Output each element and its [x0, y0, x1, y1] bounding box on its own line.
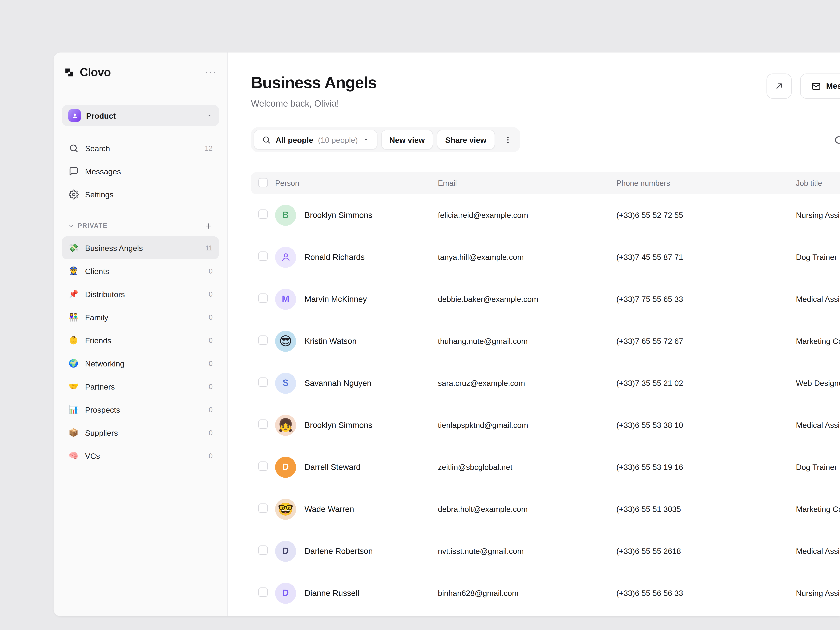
email-value: tanya.hill@example.com	[438, 253, 616, 261]
clovo-logo-icon	[64, 67, 74, 77]
sidebar-list-item[interactable]: 🌍 Networking 0	[62, 352, 219, 375]
share-button[interactable]	[766, 74, 791, 99]
phone-value: (+33)7 75 55 65 33	[616, 295, 796, 303]
sidebar-list-item[interactable]: 👶 Friends 0	[62, 328, 219, 352]
sidebar-list-item[interactable]: 📊 Prospects 0	[62, 398, 219, 421]
phone-value: (+33)6 55 52 72 55	[616, 210, 796, 219]
phone-value: (+33)6 55 53 19 16	[616, 463, 796, 471]
add-list-button[interactable]	[205, 222, 213, 230]
private-section-label: PRIVATE	[78, 222, 107, 229]
more-options-button[interactable]	[499, 129, 518, 150]
table-row[interactable]: Ronald Richards tanya.hill@example.com (…	[251, 236, 840, 278]
table-row[interactable]: 🤓 Wade Warren debra.holt@example.com (+3…	[251, 488, 840, 530]
sidebar-item-label: Clients	[85, 267, 109, 275]
sidebar-nav: Search 12 Messages Settin	[62, 136, 219, 206]
gear-icon	[68, 189, 79, 199]
sidebar-item-count: 0	[208, 429, 213, 437]
job-title-value: Medical Assistant	[796, 295, 840, 303]
avatar: B	[275, 205, 296, 226]
email-value: thuhang.nute@gmail.com	[438, 336, 616, 346]
email-value: debra.holt@example.com	[438, 505, 616, 513]
person-cell: Ronald Richards	[275, 246, 438, 268]
row-checkbox[interactable]	[258, 587, 268, 597]
column-header-job: Job title	[796, 179, 840, 188]
row-checkbox[interactable]	[258, 210, 268, 219]
sidebar-more-button[interactable]: ⋯	[205, 66, 217, 78]
person-cell: D Dianne Russell	[275, 583, 438, 603]
sidebar-item-count: 0	[208, 336, 213, 344]
row-checkbox[interactable]	[258, 461, 268, 471]
sidebar-item-label: Messages	[85, 167, 121, 176]
sidebar-item-count: 0	[208, 360, 213, 367]
list-emoji-icon: 🧠	[68, 451, 79, 460]
row-checkbox[interactable]	[258, 420, 268, 429]
list-emoji-icon: 🌍	[68, 358, 79, 368]
person-name: Brooklyn Simmons	[305, 210, 373, 220]
table-row[interactable]: D Darlene Robertson nvt.isst.nute@gmail.…	[251, 530, 840, 572]
avatar: D	[275, 456, 296, 478]
new-view-button[interactable]: New view	[381, 129, 433, 150]
table-row[interactable]: 👧 Brooklyn Simmons tienlapspktnd@gmail.c…	[251, 404, 840, 446]
sidebar-list-item[interactable]: 💸 Business Angels 11	[62, 236, 219, 259]
row-checkbox[interactable]	[258, 504, 268, 513]
search-icon	[262, 135, 271, 144]
sidebar-list-item[interactable]: 📦 Suppliers 0	[62, 421, 219, 444]
private-section-header[interactable]: PRIVATE	[62, 218, 219, 233]
message-button[interactable]: Message	[800, 74, 840, 99]
phone-value: (+33)7 65 55 72 67	[616, 336, 796, 346]
person-name: Kristin Watson	[305, 336, 357, 346]
header-actions: Message	[766, 74, 840, 99]
person-cell: B Brooklyn Simmons	[275, 205, 438, 226]
sidebar-list-item[interactable]: 🧠 VCs 0	[62, 444, 219, 467]
person-cell: 👧 Brooklyn Simmons	[275, 415, 438, 436]
table-row[interactable]: D Darrell Steward zeitlin@sbcglobal.net …	[251, 446, 840, 488]
person-cell: S Savannah Nguyen	[275, 373, 438, 393]
message-button-label: Message	[826, 81, 840, 91]
workspace-switcher[interactable]: Product	[62, 105, 219, 126]
arrow-up-right-icon	[774, 81, 784, 92]
people-table: Person Email Phone numbers Job title B B…	[251, 172, 840, 614]
sidebar-item-settings[interactable]: Settings	[62, 183, 219, 206]
sidebar-item-count: 0	[208, 452, 213, 460]
email-value: nvt.isst.nute@gmail.com	[438, 546, 616, 556]
person-name: Savannah Nguyen	[305, 378, 371, 388]
person-name: Darlene Robertson	[305, 546, 373, 556]
table-search-button[interactable]	[833, 134, 840, 147]
row-checkbox[interactable]	[258, 335, 268, 345]
column-header-phone: Phone numbers	[616, 179, 796, 188]
sidebar-item-count: 11	[205, 244, 213, 252]
sidebar-item-count: 0	[208, 382, 213, 390]
chevron-down-icon	[206, 112, 213, 118]
person-name: Ronald Richards	[305, 253, 365, 262]
row-checkbox[interactable]	[258, 545, 268, 555]
email-value: felicia.reid@example.com	[438, 210, 616, 219]
row-checkbox[interactable]	[258, 377, 268, 387]
table-row[interactable]: D Dianne Russell binhan628@gmail.com (+3…	[251, 572, 840, 614]
row-checkbox[interactable]	[258, 251, 268, 261]
job-title-value: Web Designer	[796, 379, 840, 387]
share-view-button[interactable]: Share view	[437, 129, 495, 150]
list-emoji-icon: 🤝	[68, 382, 79, 391]
select-all-checkbox[interactable]	[258, 178, 268, 187]
sidebar-item-messages[interactable]: Messages	[62, 159, 219, 183]
sidebar-item-search[interactable]: Search 12	[62, 136, 219, 159]
people-filter-dropdown[interactable]: All people (10 people)	[254, 129, 377, 150]
sidebar-item-count: 0	[208, 313, 213, 321]
table-row[interactable]: M Marvin McKinney debbie.baker@example.c…	[251, 278, 840, 320]
list-emoji-icon: 👮	[68, 266, 79, 276]
job-title-value: Medical Assistant	[796, 546, 840, 556]
column-header-person: Person	[275, 179, 438, 188]
sidebar-list-item[interactable]: 🤝 Partners 0	[62, 375, 219, 398]
sidebar-list-item[interactable]: 👫 Family 0	[62, 306, 219, 328]
messages-icon	[68, 166, 79, 177]
email-value: debbie.baker@example.com	[438, 295, 616, 303]
table-row[interactable]: 😎 Kristin Watson thuhang.nute@gmail.com …	[251, 320, 840, 362]
new-view-label: New view	[389, 135, 425, 144]
page-subtitle: Welcome back, Olivia!	[251, 98, 840, 110]
sidebar-list-item[interactable]: 📌 Distributors 0	[62, 283, 219, 306]
sidebar-item-label: Family	[85, 313, 108, 322]
table-row[interactable]: S Savannah Nguyen sara.cruz@example.com …	[251, 362, 840, 404]
row-checkbox[interactable]	[258, 294, 268, 303]
sidebar-list-item[interactable]: 👮 Clients 0	[62, 259, 219, 283]
table-row[interactable]: B Brooklyn Simmons felicia.reid@example.…	[251, 194, 840, 236]
